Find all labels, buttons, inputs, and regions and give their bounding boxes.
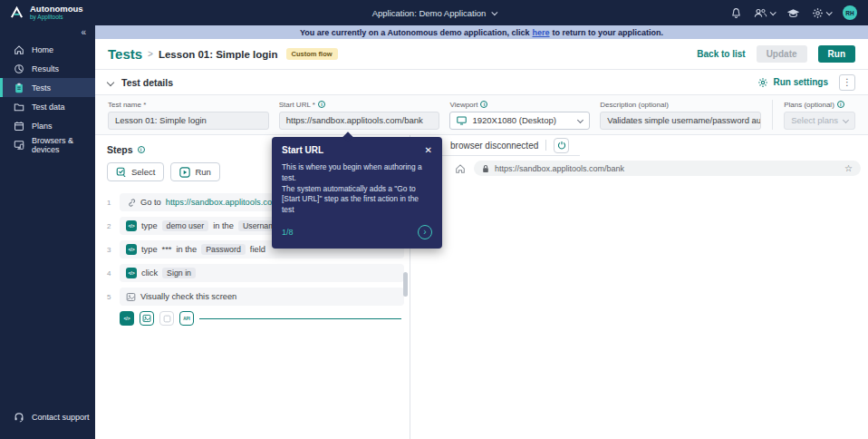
step-text: in the <box>176 245 197 254</box>
tests-icon <box>14 83 24 93</box>
visual-check-icon <box>126 292 136 302</box>
sidebar-collapse-button[interactable]: « <box>0 25 95 40</box>
step-row-4[interactable]: 4 </> click Sign in <box>107 264 404 282</box>
sidebar-item-label: Test data <box>32 102 65 112</box>
breadcrumb-tests-link[interactable]: Tests <box>108 46 142 62</box>
step-text: field <box>250 245 265 254</box>
bookmark-star-icon[interactable]: ☆ <box>844 163 853 173</box>
test-details-title: Test details <box>121 77 173 88</box>
custom-flow-badge: Custom flow <box>286 48 338 60</box>
notifications-button[interactable] <box>730 7 742 19</box>
sidebar-item-browsers-devices[interactable]: Browsers & devices <box>0 135 95 154</box>
test-name-input[interactable]: Lesson 01: Simple login <box>108 112 269 130</box>
sidebar-item-label: Plans <box>32 122 53 131</box>
add-nl-step-button[interactable]: </> <box>120 311 134 326</box>
description-label: Description (optional) <box>600 101 669 109</box>
sidebar-item-plans[interactable]: Plans <box>0 116 95 135</box>
info-icon[interactable]: i <box>837 101 844 108</box>
user-avatar[interactable]: RH <box>843 5 857 20</box>
start-url-label: Start URL * <box>279 101 315 109</box>
viewport-value: 1920X1080 (Desktop) <box>472 115 555 125</box>
collapse-section-chevron-icon[interactable] <box>107 78 114 85</box>
plans-select[interactable]: Select plans <box>784 112 855 130</box>
back-to-list-link[interactable]: Back to list <box>697 49 745 59</box>
link-icon <box>126 198 136 208</box>
contact-support-button[interactable]: Contact support <box>0 407 95 426</box>
disabled-step-icon <box>163 315 171 323</box>
run-settings-button[interactable]: Run settings <box>757 77 828 88</box>
sidebar-item-label: Tests <box>32 83 51 93</box>
update-button[interactable]: Update <box>757 45 807 63</box>
close-icon[interactable]: ✕ <box>425 145 432 155</box>
info-icon[interactable]: i <box>138 146 145 153</box>
sidebar-item-test-data[interactable]: Test data <box>0 97 95 116</box>
application-selector-label: Application: Demo Application <box>372 8 487 18</box>
banner-text-before: You are currently on a Autonomous demo a… <box>300 28 530 37</box>
banner-text-after: to return to your application. <box>553 28 664 37</box>
step-number: 4 <box>107 269 120 278</box>
viewport-select[interactable]: 1920X1080 (Desktop) <box>449 112 590 130</box>
image-icon <box>142 314 151 323</box>
monitor-icon <box>457 116 467 125</box>
academy-button[interactable] <box>786 7 800 19</box>
step-value-chip: demo user <box>162 220 209 231</box>
run-steps-button[interactable]: Run <box>170 162 219 181</box>
folder-icon <box>14 102 24 112</box>
step-number: 1 <box>107 199 120 207</box>
steps-scrollbar-thumb[interactable] <box>403 272 408 297</box>
settings-menu-button[interactable] <box>812 7 831 19</box>
chevron-down-icon <box>577 117 583 123</box>
step-text: Go to <box>140 198 161 207</box>
sidebar-item-home[interactable]: Home <box>0 40 95 59</box>
chevron-down-icon <box>770 9 776 15</box>
address-bar[interactable]: https://sandbox.applitools.com/bank ☆ <box>474 161 861 176</box>
sidebar-item-results[interactable]: Results <box>0 59 95 78</box>
chevron-down-icon <box>826 9 833 15</box>
insert-step-line <box>199 318 401 319</box>
address-bar-url: https://sandbox.applitools.com/bank <box>495 164 624 173</box>
plans-placeholder: Select plans <box>791 115 838 125</box>
select-steps-label: Select <box>131 167 155 177</box>
select-steps-button[interactable]: Select <box>107 162 164 181</box>
step-target-chip: Password <box>201 244 246 255</box>
tooltip-next-button[interactable]: › <box>418 225 432 239</box>
step-masked-value: *** <box>162 245 172 254</box>
applitools-logo: Autonomous by Applitools <box>0 5 145 21</box>
step-target-chip: Sign in <box>162 268 196 278</box>
calendar-icon <box>14 121 24 132</box>
bell-icon <box>730 7 742 19</box>
form-divider <box>772 100 773 130</box>
start-url-input[interactable]: https://sandbox.applitools.com/bank <box>279 112 440 130</box>
main-content: You are currently on a Autonomous demo a… <box>95 25 868 439</box>
add-api-step-button[interactable]: API <box>179 311 194 326</box>
run-button[interactable]: Run <box>818 45 855 63</box>
lock-icon <box>482 164 489 173</box>
logo-subtitle: by Applitools <box>30 14 83 21</box>
reconnect-browser-button[interactable] <box>554 138 569 153</box>
sidebar-item-tests[interactable]: Tests <box>0 78 95 97</box>
nl-step-icon: </> <box>126 244 137 255</box>
start-url-tooltip: Start URL ✕ This is where you begin when… <box>272 137 442 249</box>
topbar: Autonomous by Applitools Application: De… <box>0 0 868 25</box>
application-selector[interactable]: Application: Demo Application <box>372 8 497 18</box>
description-input[interactable]: Validates simple username/password authe… <box>600 112 761 130</box>
step-number: 2 <box>107 222 120 230</box>
step-row-5[interactable]: 5 Visually check this screen <box>107 288 404 306</box>
run-steps-label: Run <box>195 167 210 177</box>
sidebar: « Home Results Tests Test data <box>0 25 95 439</box>
more-options-button[interactable]: ⋮ <box>839 74 855 91</box>
status-divider <box>545 140 546 151</box>
info-icon[interactable]: i <box>480 101 487 108</box>
monitor-devices-icon <box>14 140 24 151</box>
users-menu-button[interactable] <box>754 7 775 19</box>
home-icon[interactable] <box>455 163 466 174</box>
home-icon <box>14 44 24 55</box>
viewport-label: Viewport <box>449 101 477 109</box>
banner-here-link[interactable]: here <box>533 28 550 37</box>
nl-step-icon: </> <box>126 268 137 278</box>
info-icon[interactable]: i <box>318 101 325 108</box>
logo-a-icon <box>10 6 24 19</box>
add-visual-step-button[interactable] <box>140 311 154 326</box>
chevron-down-icon <box>491 9 497 15</box>
browser-status-text: browser disconnected <box>450 141 538 151</box>
